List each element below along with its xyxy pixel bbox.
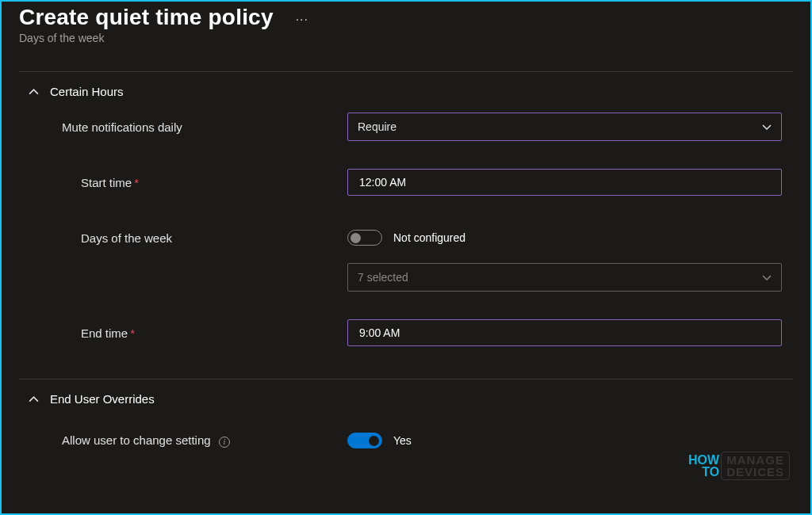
select-mute-value: Require xyxy=(358,120,396,133)
watermark: HOW TO MANAGE DEVICES xyxy=(688,452,790,480)
row-mute-notifications: Mute notifications daily Require xyxy=(19,113,793,141)
toggle-days-of-week[interactable] xyxy=(347,230,382,246)
label-end-time: End time* xyxy=(62,326,347,340)
toggle-days-text: Not configured xyxy=(393,231,465,244)
label-start-time: Start time* xyxy=(62,176,347,189)
row-end-time: End time* 9:00 AM xyxy=(19,319,793,347)
row-start-time: Start time* 12:00 AM xyxy=(19,168,793,196)
section-certain-hours-title: Certain Hours xyxy=(50,85,124,98)
info-icon[interactable]: i xyxy=(219,437,230,448)
page-subtitle: Days of the week xyxy=(19,32,793,44)
input-start-time[interactable]: 12:00 AM xyxy=(347,169,782,196)
policy-page: Create quiet time policy ··· Days of the… xyxy=(2,2,810,463)
label-days-of-week: Days of the week xyxy=(62,231,347,245)
section-certain-hours-header[interactable]: Certain Hours xyxy=(19,72,793,101)
label-mute-notifications: Mute notifications daily xyxy=(62,120,347,134)
chevron-up-icon xyxy=(29,86,39,97)
chevron-down-icon xyxy=(762,273,772,282)
toggle-allow-text: Yes xyxy=(393,434,412,447)
toggle-allow-override[interactable] xyxy=(347,433,382,448)
required-indicator: * xyxy=(134,176,139,189)
section-overrides-title: End User Overrides xyxy=(50,392,155,406)
row-days-select: 7 selected xyxy=(19,263,793,292)
chevron-down-icon xyxy=(762,122,772,132)
section-overrides-header[interactable]: End User Overrides xyxy=(19,380,793,409)
input-end-time[interactable]: 9:00 AM xyxy=(347,319,782,346)
select-days-value: 7 selected xyxy=(358,271,408,284)
more-actions-button[interactable]: ··· xyxy=(296,13,308,27)
required-indicator: * xyxy=(130,326,135,340)
chevron-up-icon xyxy=(29,394,39,404)
select-mute-notifications[interactable]: Require xyxy=(347,113,782,141)
page-title: Create quiet time policy xyxy=(19,5,274,30)
row-allow-override: Allow user to change setting i Yes xyxy=(19,426,793,455)
page-header: Create quiet time policy ··· xyxy=(19,5,793,30)
row-days-of-week: Days of the week Not configured xyxy=(19,223,793,252)
label-allow-override: Allow user to change setting i xyxy=(62,433,347,447)
select-days-of-week[interactable]: 7 selected xyxy=(347,263,782,292)
